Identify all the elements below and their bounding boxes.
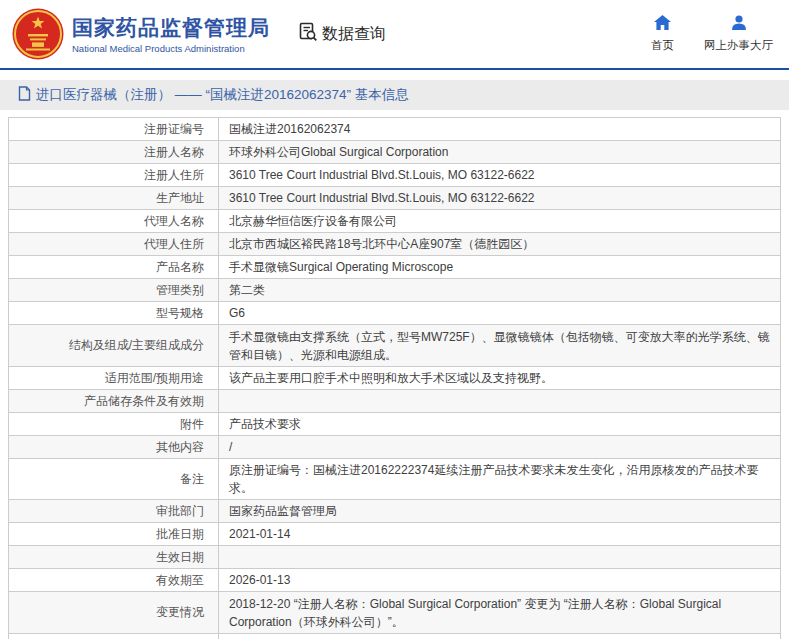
table-row: 注册人名称环球外科公司Global Surgical Corporation [8,141,781,164]
document-icon [18,86,31,105]
site-subtitle: National Medical Products Administration [72,43,270,54]
table-row: 代理人名称北京赫华恒信医疗设备有限公司 [8,210,781,233]
nav-home-label: 首页 [651,38,674,53]
site-title-block: 国家药品监督管理局 National Medical Products Admi… [72,15,270,54]
row-label: 变更情况 [9,592,219,633]
row-label: 注册证编号 [9,118,219,140]
row-value: 2018-12-20 “注册人名称：Global Surgical Corpor… [219,592,780,633]
table-row: 注详情 [8,634,781,639]
row-value: 3610 Tree Court Industrial Blvd.St.Louis… [219,164,780,186]
row-label: 注册人住所 [9,164,219,186]
row-label: 管理类别 [9,279,219,301]
row-label: 代理人名称 [9,210,219,232]
registration-info-table: 注册证编号国械注进20162062374注册人名称环球外科公司Global Su… [8,117,781,639]
home-icon [654,15,671,34]
row-value: 环球外科公司Global Surgical Corporation [219,141,780,163]
row-label: 生产地址 [9,187,219,209]
table-row: 产品储存条件及有效期 [8,390,781,413]
row-value: 国家药品监督管理局 [219,500,780,522]
row-label: 产品名称 [9,256,219,278]
row-value: 北京赫华恒信医疗设备有限公司 [219,210,780,232]
main-content: 注册证编号国械注进20162062374注册人名称环球外科公司Global Su… [0,117,789,639]
row-label: 批准日期 [9,523,219,545]
nav-online-hall-label: 网上办事大厅 [704,38,773,53]
row-value: G6 [219,302,780,324]
site-header: 国家药品监督管理局 National Medical Products Admi… [0,0,789,70]
row-value: 手术显微镜Surgical Operating Microscope [219,256,780,278]
table-row: 注册人住所3610 Tree Court Industrial Blvd.St.… [8,164,781,187]
row-label: 注册人名称 [9,141,219,163]
row-label: 生效日期 [9,546,219,568]
user-icon [731,15,747,34]
table-row: 管理类别第二类 [8,279,781,302]
row-value [219,546,780,568]
table-row: 有效期至2026-01-13 [8,569,781,592]
table-row: 附件产品技术要求 [8,413,781,436]
row-label: 其他内容 [9,436,219,458]
row-value [219,390,780,412]
row-label: 结构及组成/主要组成成分 [9,325,219,366]
row-value: 北京市西城区裕民路18号北环中心A座907室（德胜园区） [219,233,780,255]
row-label: 注 [9,634,219,639]
row-value: 3610 Tree Court Industrial Blvd.St.Louis… [219,187,780,209]
row-value: 2021-01-14 [219,523,780,545]
row-label: 代理人住所 [9,233,219,255]
row-label: 产品储存条件及有效期 [9,390,219,412]
row-label: 适用范围/预期用途 [9,367,219,389]
site-title: 国家药品监督管理局 [72,15,270,41]
national-emblem-logo [12,8,64,60]
table-row: 结构及组成/主要组成成分手术显微镜由支撑系统（立式，型号MW725F）、显微镜镜… [8,325,781,367]
row-value: 手术显微镜由支撑系统（立式，型号MW725F）、显微镜镜体（包括物镜、可变放大率… [219,325,780,366]
nav-home[interactable]: 首页 [651,15,674,53]
row-label: 审批部门 [9,500,219,522]
table-row: 产品名称手术显微镜Surgical Operating Microscope [8,256,781,279]
row-label: 附件 [9,413,219,435]
row-value: 国械注进20162062374 [219,118,780,140]
table-row: 其他内容/ [8,436,781,459]
nav-online-hall[interactable]: 网上办事大厅 [704,15,773,53]
table-row: 变更情况2018-12-20 “注册人名称：Global Surgical Co… [8,592,781,634]
row-value: 2026-01-13 [219,569,780,591]
table-row: 审批部门国家药品监督管理局 [8,500,781,523]
row-value: 原注册证编号：国械注进20162222374延续注册产品技术要求未发生变化，沿用… [219,459,780,499]
table-row: 批准日期2021-01-14 [8,523,781,546]
nav-data-query[interactable]: 数据查询 [298,22,386,46]
row-label: 有效期至 [9,569,219,591]
breadcrumb: 进口医疗器械（注册） —— “国械注进20162062374” 基本信息 [0,80,789,110]
table-row: 生产地址3610 Tree Court Industrial Blvd.St.L… [8,187,781,210]
data-query-label: 数据查询 [322,24,386,45]
data-query-icon [298,22,318,46]
table-row: 代理人住所北京市西城区裕民路18号北环中心A座907室（德胜园区） [8,233,781,256]
header-links: 首页 网上办事大厅 [651,15,773,53]
table-row: 型号规格G6 [8,302,781,325]
table-row: 备注原注册证编号：国械注进20162222374延续注册产品技术要求未发生变化，… [8,459,781,500]
row-value: 产品技术要求 [219,413,780,435]
table-row: 注册证编号国械注进20162062374 [8,118,781,141]
breadcrumb-text: 进口医疗器械（注册） —— “国械注进20162062374” 基本信息 [36,86,409,104]
row-value: 第二类 [219,279,780,301]
row-value: / [219,436,780,458]
row-value: 该产品主要用口腔手术中照明和放大手术区域以及支持视野。 [219,367,780,389]
row-value: 详情 [219,634,780,639]
table-row: 适用范围/预期用途该产品主要用口腔手术中照明和放大手术区域以及支持视野。 [8,367,781,390]
row-label: 型号规格 [9,302,219,324]
table-row: 生效日期 [8,546,781,569]
row-label: 备注 [9,459,219,499]
